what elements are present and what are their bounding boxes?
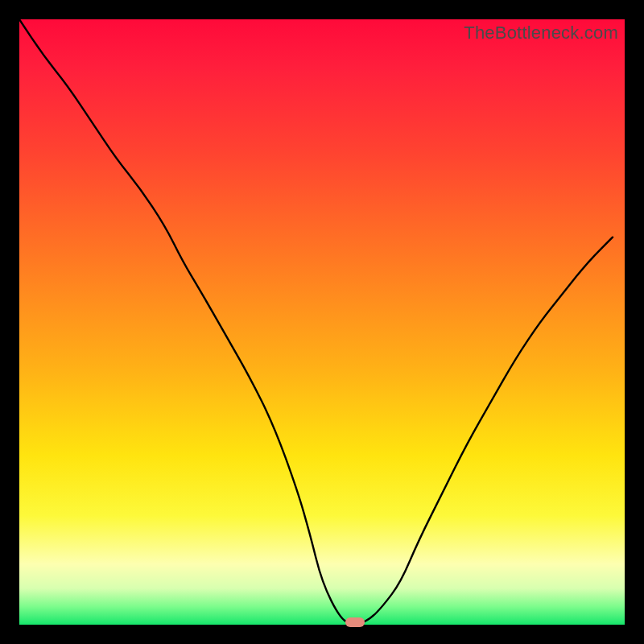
bottleneck-curve <box>19 19 625 625</box>
optimal-marker <box>345 617 365 627</box>
plot-area: TheBottleneck.com <box>19 19 625 625</box>
curve-path <box>19 19 613 625</box>
chart-frame: TheBottleneck.com <box>0 0 644 644</box>
